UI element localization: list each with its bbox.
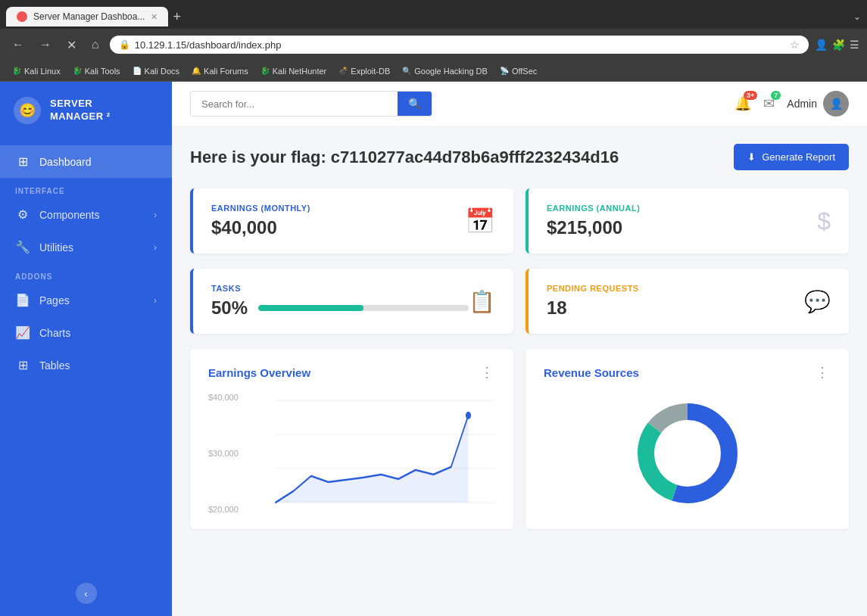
earnings-chart-area: $40,000 $30,000 $20,000 xyxy=(208,393,495,514)
bookmark-label: Kali Docs xyxy=(145,67,179,76)
stat-card-earnings-annual: EARNINGS (ANNUAL) $215,000 $ xyxy=(526,188,849,254)
url-bar[interactable]: 🔒 10.129.1.15/dashboard/index.php ☆ xyxy=(110,36,809,54)
tab-bar: Server Manager Dashboa... ✕ + ⌄ xyxy=(0,0,867,29)
bookmark-offsec[interactable]: 📡 OffSec xyxy=(495,65,541,77)
url-text: 10.129.1.15/dashboard/index.php xyxy=(135,39,785,51)
stat-card-pending-requests: PENDING REQUESTS 18 💬 xyxy=(526,269,849,334)
charts-icon: 📈 xyxy=(15,325,30,340)
chart-menu-revenue[interactable]: ⋮ xyxy=(816,364,831,381)
kali-tools-icon: 🐉 xyxy=(73,67,82,75)
tab-overflow-button[interactable]: ⌄ xyxy=(853,11,861,22)
kali-linux-icon: 🐉 xyxy=(12,67,21,75)
chart-card-earnings-overview: Earnings Overview ⋮ $40,000 $30,000 $20,… xyxy=(190,349,513,529)
stat-label-earnings-monthly: EARNINGS (MONTHLY) xyxy=(211,204,310,213)
stat-value-earnings-monthly: $40,000 xyxy=(211,217,310,238)
chart-menu-earnings[interactable]: ⋮ xyxy=(480,364,495,381)
bookmark-label: Google Hacking DB xyxy=(414,67,488,76)
menu-icon[interactable]: ☰ xyxy=(850,39,859,51)
browser-tab-active[interactable]: Server Manager Dashboa... ✕ xyxy=(6,7,168,26)
donut-chart-wrap xyxy=(544,393,831,514)
bookmark-kali-nethunter[interactable]: 🐉 Kali NetHunter xyxy=(256,65,332,77)
bookmark-kali-docs[interactable]: 📄 Kali Docs xyxy=(128,65,184,77)
generate-report-button[interactable]: ⬇ Generate Report xyxy=(734,144,849,170)
stat-label-earnings-annual: EARNINGS (ANNUAL) xyxy=(547,204,640,213)
forward-button[interactable]: → xyxy=(35,36,56,53)
extensions-icon[interactable]: 🧩 xyxy=(832,39,845,51)
user-avatar: 👤 xyxy=(823,91,849,117)
nav-bar: ← → ✕ ⌂ 🔒 10.129.1.15/dashboard/index.ph… xyxy=(0,29,867,61)
browser-chrome: Server Manager Dashboa... ✕ + ⌄ ← → ✕ ⌂ … xyxy=(0,0,867,82)
offsec-icon: 📡 xyxy=(500,67,509,75)
sidebar-label-components: Components xyxy=(39,209,145,221)
earnings-annual-icon: $ xyxy=(817,207,831,235)
brand-logo-icon: 😊 xyxy=(19,102,36,119)
notification-bell-button[interactable]: 🔔 3+ xyxy=(734,95,751,112)
bookmark-star-icon[interactable]: ☆ xyxy=(790,39,800,51)
sidebar-section-interface: INTERFACE xyxy=(0,178,172,198)
donut-chart xyxy=(631,397,744,510)
notification-mail-button[interactable]: ✉ 7 xyxy=(763,95,775,112)
tab-close-button[interactable]: ✕ xyxy=(151,12,157,22)
earnings-monthly-icon: 📅 xyxy=(465,207,495,235)
y-label-20k: $20,000 xyxy=(208,505,239,514)
search-box: 🔍 xyxy=(190,91,432,117)
nav-icons: 👤 🧩 ☰ xyxy=(815,39,859,51)
kali-docs-icon: 📄 xyxy=(133,67,142,75)
pending-requests-icon: 💬 xyxy=(804,289,831,314)
tasks-progress-bar-wrap xyxy=(258,305,469,311)
chart-header-earnings: Earnings Overview ⋮ xyxy=(208,364,495,381)
stat-value-pending-requests: 18 xyxy=(547,297,639,319)
search-button[interactable]: 🔍 xyxy=(398,92,432,116)
sidebar-item-utilities[interactable]: 🔧 Utilities › xyxy=(0,231,172,263)
y-label-40k: $40,000 xyxy=(208,393,239,402)
flag-banner: Here is your flag: c7110277ac44d78b6a9ff… xyxy=(190,144,849,170)
account-icon[interactable]: 👤 xyxy=(815,39,828,51)
sidebar-item-dashboard[interactable]: ⊞ Dashboard xyxy=(0,145,172,178)
chart-dot xyxy=(466,412,471,419)
generate-btn-label: Generate Report xyxy=(762,151,835,163)
chart-area-fill xyxy=(276,415,468,502)
components-icon: ⚙ xyxy=(15,207,30,222)
new-tab-button[interactable]: + xyxy=(173,10,181,23)
sidebar-label-dashboard: Dashboard xyxy=(39,156,157,168)
back-button[interactable]: ← xyxy=(8,36,29,53)
dashboard-icon: ⊞ xyxy=(15,154,30,169)
lock-icon: 🔒 xyxy=(119,39,130,50)
stat-card-tasks: TASKS 50% 📋 xyxy=(190,269,513,334)
chart-header-revenue: Revenue Sources ⋮ xyxy=(544,364,831,381)
bookmark-kali-tools[interactable]: 🐉 Kali Tools xyxy=(68,65,125,77)
search-input[interactable] xyxy=(191,93,398,115)
bookmark-kali-forums[interactable]: 🔔 Kali Forums xyxy=(187,65,253,77)
y-label-30k: $30,000 xyxy=(208,449,239,458)
kali-forums-icon: 🔔 xyxy=(192,67,201,75)
chart-title-revenue: Revenue Sources xyxy=(544,366,639,379)
stat-info: EARNINGS (MONTHLY) $40,000 xyxy=(211,204,310,238)
sidebar-collapse-button[interactable]: ‹ xyxy=(76,583,97,604)
sidebar-item-components[interactable]: ⚙ Components › xyxy=(0,198,172,231)
reload-button[interactable]: ✕ xyxy=(62,36,81,54)
bookmark-label: OffSec xyxy=(512,67,537,76)
bookmark-label: Exploit-DB xyxy=(351,67,390,76)
home-button[interactable]: ⌂ xyxy=(87,36,104,53)
sidebar-item-charts[interactable]: 📈 Charts xyxy=(0,316,172,349)
nethunter-icon: 🐉 xyxy=(260,67,270,75)
sidebar-item-pages[interactable]: 📄 Pages › xyxy=(0,284,172,316)
mail-badge: 7 xyxy=(771,91,781,100)
stats-row-1: EARNINGS (MONTHLY) $40,000 📅 EARNINGS (A… xyxy=(190,188,849,254)
brand-name: SERVERMANAGER ² xyxy=(50,98,111,123)
user-name: Admin xyxy=(787,98,817,110)
stat-value-tasks: 50% xyxy=(211,297,248,319)
tasks-progress-row: 50% xyxy=(211,297,469,319)
avatar-icon: 👤 xyxy=(830,98,843,110)
bookmark-kali-linux[interactable]: 🐉 Kali Linux xyxy=(8,65,65,77)
bookmark-exploit-db[interactable]: 💣 Exploit-DB xyxy=(334,65,395,77)
components-arrow-icon: › xyxy=(154,210,157,220)
pages-arrow-icon: › xyxy=(154,295,157,306)
search-icon: 🔍 xyxy=(408,98,421,110)
brand-logo: 😊 xyxy=(14,97,41,124)
user-section[interactable]: Admin 👤 xyxy=(787,91,849,117)
stat-info: EARNINGS (ANNUAL) $215,000 xyxy=(547,204,640,238)
bookmark-google-hacking[interactable]: 🔍 Google Hacking DB xyxy=(398,65,492,77)
pages-icon: 📄 xyxy=(15,293,30,307)
sidebar-item-tables[interactable]: ⊞ Tables xyxy=(0,349,172,381)
